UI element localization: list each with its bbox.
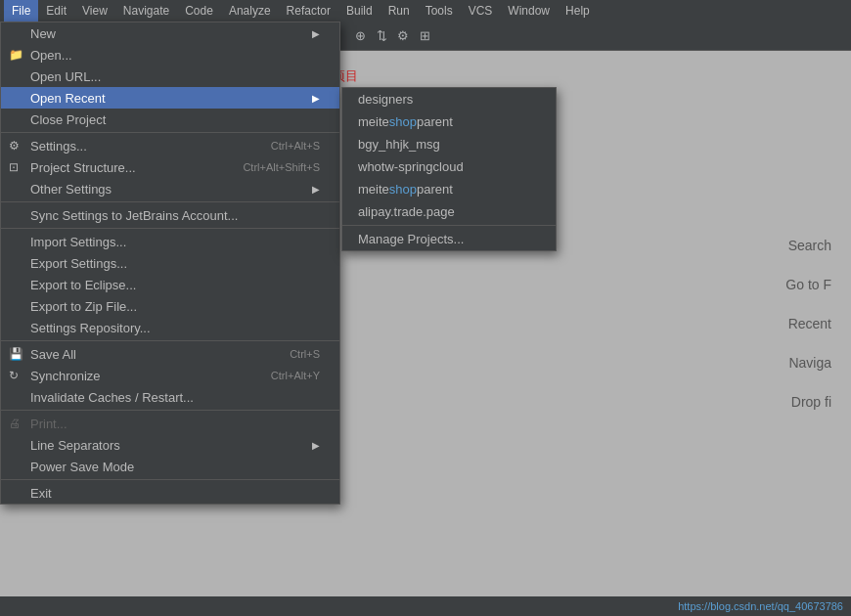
menu-item-power-save-label: Power Save Mode: [30, 460, 134, 474]
menu-code[interactable]: Code: [177, 0, 221, 22]
menu-item-close-project-label: Close Project: [30, 112, 106, 127]
recent-designers-label: designers: [358, 92, 413, 107]
menu-item-open[interactable]: 📁 Open...: [1, 44, 339, 66]
menubar-inner: File Edit View Navigate Code Analyze Ref…: [0, 0, 602, 22]
toolbar-settings-icon[interactable]: ⚙: [393, 25, 413, 45]
synchronize-shortcut: Ctrl+Alt+Y: [271, 370, 320, 381]
separator-2: [1, 201, 339, 202]
menu-item-settings-label: Settings...: [30, 139, 87, 154]
new-arrow-icon: ▶: [312, 28, 320, 39]
welcome-dropfiles[interactable]: Drop fi: [791, 394, 831, 410]
status-bar: https://blog.csdn.net/qq_40673786: [0, 596, 851, 616]
recent-item-bgy[interactable]: bgy_hhjk_msg: [342, 133, 556, 155]
menu-vcs[interactable]: VCS: [461, 0, 501, 22]
folder-icon: 📁: [9, 48, 23, 62]
menu-item-print[interactable]: 🖨 Print...: [1, 413, 339, 434]
file-menu: New ▶ 📁 Open... Open URL... Open Recent …: [0, 22, 340, 505]
recent-manage-label: Manage Projects...: [358, 232, 464, 246]
recent-alipay-label: alipay.trade.page: [358, 204, 455, 219]
welcome-search[interactable]: Search: [788, 238, 831, 253]
menu-item-open-url[interactable]: Open URL...: [1, 66, 339, 87]
menu-item-export-eclipse-label: Export to Eclipse...: [30, 278, 136, 292]
menu-item-open-label: Open...: [30, 48, 72, 63]
recent-meiteshopparent2-label: meiteshopparent: [358, 182, 453, 197]
menu-edit[interactable]: Edit: [38, 0, 74, 22]
menu-item-export-settings-label: Export Settings...: [30, 256, 127, 271]
recent-item-manage[interactable]: Manage Projects...: [342, 228, 556, 250]
menu-item-new[interactable]: New ▶: [1, 22, 339, 44]
welcome-goto[interactable]: Go to F: [785, 277, 831, 292]
menu-item-project-structure[interactable]: ⊡ Project Structure... Ctrl+Alt+Shift+S: [1, 156, 339, 178]
menu-item-close-project[interactable]: Close Project: [1, 109, 339, 130]
menu-refactor[interactable]: Refactor: [279, 0, 338, 22]
menu-file[interactable]: File: [4, 0, 38, 22]
menu-item-import-settings[interactable]: Import Settings...: [1, 231, 339, 252]
recent-item-designers[interactable]: designers: [342, 88, 556, 110]
menu-item-power-save[interactable]: Power Save Mode: [1, 456, 339, 477]
recent-bgy-label: bgy_hhjk_msg: [358, 137, 440, 152]
menu-item-export-settings[interactable]: Export Settings...: [1, 252, 339, 274]
separator-4: [1, 340, 339, 341]
recent-meiteshopparent1-label: meiteshopparent: [358, 114, 453, 129]
menubar: File Edit View Navigate Code Analyze Ref…: [0, 0, 851, 22]
menu-build[interactable]: Build: [338, 0, 381, 22]
menu-item-export-eclipse[interactable]: Export to Eclipse...: [1, 274, 339, 295]
menu-tools[interactable]: Tools: [418, 0, 461, 22]
menu-item-exit[interactable]: Exit: [1, 482, 339, 504]
menu-item-synchronize-label: Synchronize: [30, 369, 101, 383]
menu-item-settings[interactable]: ⚙ Settings... Ctrl+Alt+S: [1, 135, 339, 156]
print-icon: 🖨: [9, 417, 21, 430]
menu-item-open-url-label: Open URL...: [30, 69, 101, 84]
menu-item-invalidate-caches-label: Invalidate Caches / Restart...: [30, 390, 194, 405]
toolbar-add-icon[interactable]: ⊕: [350, 25, 370, 45]
recent-submenu: designers meiteshopparent bgy_hhjk_msg w…: [341, 87, 557, 251]
separator-1: [1, 132, 339, 133]
recent-item-alipay[interactable]: alipay.trade.page: [342, 200, 556, 223]
separator-3: [1, 228, 339, 229]
menu-window[interactable]: Window: [500, 0, 558, 22]
menu-item-save-all-label: Save All: [30, 347, 76, 362]
menu-item-export-zip[interactable]: Export to Zip File...: [1, 295, 339, 317]
menu-item-other-settings[interactable]: Other Settings ▶: [1, 178, 339, 199]
menu-analyze[interactable]: Analyze: [221, 0, 279, 22]
gear-icon: ⚙: [9, 139, 20, 153]
menu-item-open-recent-label: Open Recent: [30, 91, 106, 106]
menu-item-sync-settings-label: Sync Settings to JetBrains Account...: [30, 208, 238, 223]
toolbar-grid-icon[interactable]: ⊞: [415, 25, 434, 45]
toolbar-sort-icon[interactable]: ⇅: [372, 25, 391, 45]
menu-item-export-zip-label: Export to Zip File...: [30, 299, 137, 314]
settings-shortcut: Ctrl+Alt+S: [271, 140, 320, 152]
welcome-recent[interactable]: Recent: [788, 316, 831, 331]
separator-6: [1, 479, 339, 480]
menu-item-open-recent[interactable]: Open Recent ▶ designers meiteshopparent …: [1, 87, 339, 109]
welcome-navigate[interactable]: Naviga: [788, 355, 831, 371]
separator-5: [1, 410, 339, 411]
menu-item-invalidate-caches[interactable]: Invalidate Caches / Restart...: [1, 386, 339, 408]
recent-item-meiteshopparent1[interactable]: meiteshopparent: [342, 110, 556, 133]
menu-item-new-label: New: [30, 26, 56, 41]
save-icon: 💾: [9, 347, 23, 361]
menu-run[interactable]: Run: [381, 0, 418, 22]
menu-item-project-structure-label: Project Structure...: [30, 160, 136, 175]
recent-item-whotw[interactable]: whotw-springcloud: [342, 155, 556, 178]
project-structure-shortcut: Ctrl+Alt+Shift+S: [243, 161, 320, 173]
menu-item-settings-repo[interactable]: Settings Repository...: [1, 317, 339, 338]
menu-navigate[interactable]: Navigate: [115, 0, 177, 22]
menu-item-line-separators[interactable]: Line Separators ▶: [1, 434, 339, 456]
menu-view[interactable]: View: [74, 0, 115, 22]
menu-item-synchronize[interactable]: ↻ Synchronize Ctrl+Alt+Y: [1, 365, 339, 386]
recent-arrow-icon: ▶: [312, 93, 320, 104]
recent-item-meiteshopparent2[interactable]: meiteshopparent: [342, 178, 556, 200]
menu-item-import-settings-label: Import Settings...: [30, 235, 126, 249]
menu-item-sync-settings[interactable]: Sync Settings to JetBrains Account...: [1, 204, 339, 226]
menu-help[interactable]: Help: [558, 0, 598, 22]
other-settings-arrow-icon: ▶: [312, 184, 320, 195]
menu-item-other-settings-label: Other Settings: [30, 182, 112, 197]
toolbar-icons-right: ⊕ ⇅ ⚙ ⊞: [350, 25, 434, 45]
recent-whotw-label: whotw-springcloud: [358, 159, 464, 174]
line-separators-arrow-icon: ▶: [312, 440, 320, 451]
menu-item-print-label: Print...: [30, 417, 67, 431]
menu-item-save-all[interactable]: 💾 Save All Ctrl+S: [1, 343, 339, 365]
status-url: https://blog.csdn.net/qq_40673786: [678, 600, 843, 612]
sync-icon: ↻: [9, 369, 19, 382]
